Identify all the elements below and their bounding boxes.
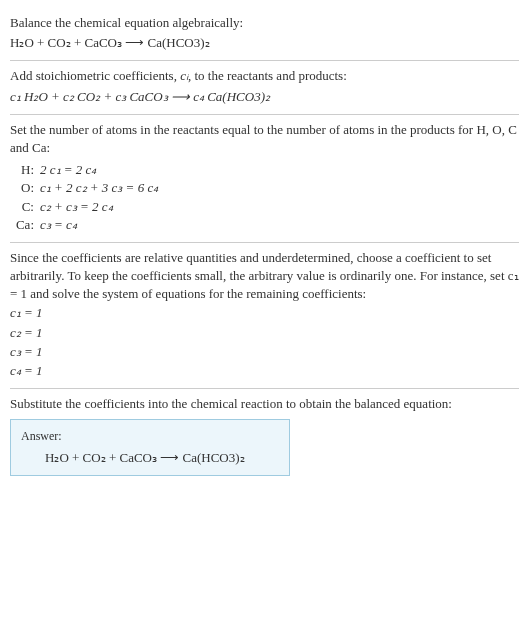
coeff-item: c₂ = 1 — [10, 324, 519, 342]
coeff-item: c₄ = 1 — [10, 362, 519, 380]
result-title: Substitute the coefficients into the che… — [10, 395, 519, 413]
atom-row: O: c₁ + 2 c₂ + 3 c₃ = 6 c₄ — [12, 179, 519, 197]
stoich-title-a: Add stoichiometric coefficients, — [10, 68, 180, 83]
atom-element: O: — [12, 179, 40, 197]
atom-equation: c₁ + 2 c₂ + 3 c₃ = 6 c₄ — [40, 179, 519, 197]
atom-row: H: 2 c₁ = 2 c₄ — [12, 161, 519, 179]
atom-element: H: — [12, 161, 40, 179]
atom-row: C: c₂ + c₃ = 2 c₄ — [12, 198, 519, 216]
section-problem: Balance the chemical equation algebraica… — [10, 8, 519, 61]
atoms-title: Set the number of atoms in the reactants… — [10, 121, 519, 157]
answer-box: Answer: H₂O + CO₂ + CaCO₃ ⟶ Ca(HCO3)₂ — [10, 419, 290, 476]
coeff-item: c₃ = 1 — [10, 343, 519, 361]
stoich-title-b: , to the reactants and products: — [188, 68, 347, 83]
section-solve: Since the coefficients are relative quan… — [10, 243, 519, 389]
stoich-equation: c₁ H₂O + c₂ CO₂ + c₃ CaCO₃ ⟶ c₄ Ca(HCO3)… — [10, 88, 519, 106]
problem-title: Balance the chemical equation algebraica… — [10, 14, 519, 32]
solve-title: Since the coefficients are relative quan… — [10, 249, 519, 304]
answer-equation: H₂O + CO₂ + CaCO₃ ⟶ Ca(HCO3)₂ — [21, 449, 279, 467]
atom-equation: 2 c₁ = 2 c₄ — [40, 161, 519, 179]
atom-equation: c₃ = c₄ — [40, 216, 519, 234]
coeff-list: c₁ = 1 c₂ = 1 c₃ = 1 c₄ = 1 — [10, 304, 519, 380]
stoich-ci: cᵢ — [180, 68, 188, 83]
atoms-table: H: 2 c₁ = 2 c₄ O: c₁ + 2 c₂ + 3 c₃ = 6 c… — [12, 161, 519, 234]
answer-label: Answer: — [21, 428, 279, 445]
section-atoms: Set the number of atoms in the reactants… — [10, 115, 519, 243]
stoich-title: Add stoichiometric coefficients, cᵢ, to … — [10, 67, 519, 85]
atom-element: Ca: — [12, 216, 40, 234]
coeff-item: c₁ = 1 — [10, 304, 519, 322]
section-stoichiometric: Add stoichiometric coefficients, cᵢ, to … — [10, 61, 519, 114]
atom-equation: c₂ + c₃ = 2 c₄ — [40, 198, 519, 216]
section-result: Substitute the coefficients into the che… — [10, 389, 519, 484]
atom-element: C: — [12, 198, 40, 216]
atom-row: Ca: c₃ = c₄ — [12, 216, 519, 234]
problem-equation: H₂O + CO₂ + CaCO₃ ⟶ Ca(HCO3)₂ — [10, 34, 519, 52]
